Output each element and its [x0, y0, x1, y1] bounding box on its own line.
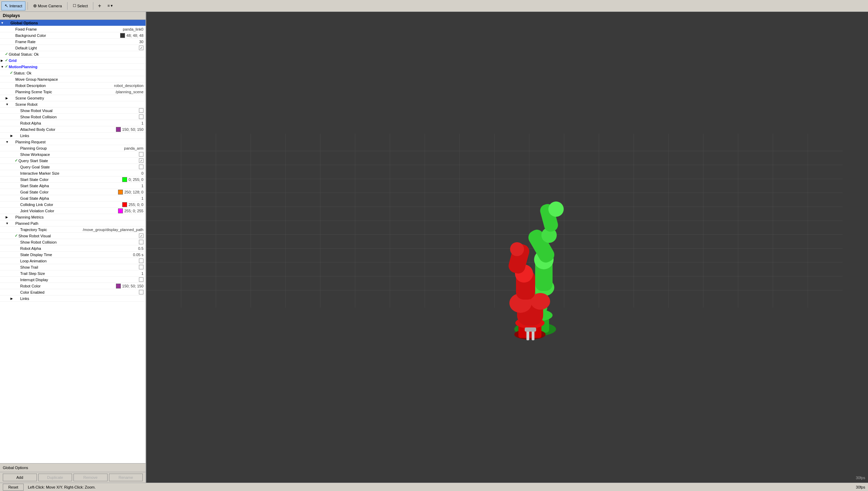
expand-icon[interactable]: ▼	[6, 103, 10, 106]
tree-row[interactable]: Planning Scene Topic /planning_scene	[0, 89, 146, 95]
tree-row[interactable]: Trajectory Topic /move_group/display_pla…	[0, 227, 146, 233]
checkbox-empty[interactable]	[139, 240, 143, 244]
color-swatch[interactable]	[120, 33, 125, 38]
tree-row[interactable]: ✓ Global Status: Ok	[0, 51, 146, 57]
duplicate-button[interactable]: Duplicate	[38, 474, 72, 481]
tree-row[interactable]: Attached Body Color 150; 50; 150	[0, 126, 146, 133]
tree-row[interactable]: ✓ Query Start State ✓	[0, 158, 146, 164]
tree-row[interactable]: Loop Animation	[0, 258, 146, 264]
menu-button[interactable]: ≡ ▾	[105, 1, 115, 10]
tree-row[interactable]: Robot Alpha 1	[0, 120, 146, 126]
tree-row[interactable]: Query Goal State	[0, 164, 146, 170]
tree-row[interactable]: Show Robot Visual	[0, 108, 146, 114]
tree-row[interactable]: ▶ Scene Geometry	[0, 95, 146, 101]
viewport[interactable]: 30fps	[146, 12, 868, 483]
expand-icon[interactable]: ▼	[6, 140, 10, 144]
checkbox-empty[interactable]	[139, 259, 143, 263]
tree-row[interactable]: State Display Time 0.05 s	[0, 252, 146, 258]
expand-icon[interactable]: ▶	[6, 215, 10, 219]
expand-icon[interactable]: ▶	[10, 134, 15, 137]
tree-row[interactable]: Show Trail	[0, 264, 146, 270]
expand-icon[interactable]: ▼	[1, 21, 5, 25]
tree-row[interactable]: Interrupt Display	[0, 277, 146, 283]
color-value: 150; 50; 150	[122, 127, 143, 132]
move-camera-button[interactable]: ⊕ Move Camera	[30, 1, 65, 10]
checkbox-empty[interactable]	[139, 108, 143, 113]
tree-row[interactable]: Default Light ✓	[0, 45, 146, 51]
row-label: Global Status: Ok	[8, 52, 145, 56]
row-label: Fixed Frame	[15, 27, 123, 31]
tree-row[interactable]: ✓ Show Robot Visual ✓	[0, 233, 146, 239]
tree-row[interactable]: Color Enabled	[0, 289, 146, 295]
tree-row[interactable]: Show Workspace	[0, 151, 146, 158]
checkbox-empty[interactable]	[139, 165, 143, 169]
tree-row[interactable]: Robot Description robot_description	[0, 82, 146, 89]
tree-row[interactable]: ▼ ✓ MotionPlanning	[0, 64, 146, 70]
fps-status: 30fps	[856, 485, 865, 489]
checkbox-val[interactable]: ✓	[139, 46, 143, 50]
tree-container[interactable]: ▼ Global Options Fixed Frame panda_link0…	[0, 20, 146, 463]
tree-row[interactable]: Robot Alpha 0.5	[0, 245, 146, 252]
color-swatch[interactable]	[116, 127, 121, 132]
interact-button[interactable]: ↖ Interact	[1, 1, 25, 10]
tree-row[interactable]: ▶ Links	[0, 133, 146, 139]
tree-row[interactable]: Move Group Namespace	[0, 76, 146, 82]
tree-row[interactable]: ▼ Scene Robot	[0, 101, 146, 108]
plus-button[interactable]: +	[95, 1, 103, 10]
tree-row[interactable]: Colliding Link Color 255; 0; 0	[0, 201, 146, 208]
main-content: Displays ▼ Global Options Fixed Frame pa…	[0, 12, 868, 483]
tree-row[interactable]: Start State Alpha 1	[0, 183, 146, 189]
checkbox-empty[interactable]	[139, 265, 143, 269]
color-swatch[interactable]	[118, 208, 123, 213]
interact-label: Interact	[9, 4, 22, 8]
checkbox-checked[interactable]: ✓	[139, 158, 143, 163]
select-button[interactable]: ☐ Select	[70, 1, 91, 10]
remove-button[interactable]: Remove	[73, 474, 108, 481]
left-panel: Displays ▼ Global Options Fixed Frame pa…	[0, 12, 146, 483]
tree-row[interactable]: ▼ Planned Path	[0, 220, 146, 227]
color-swatch[interactable]	[116, 284, 121, 288]
tree-row[interactable]: Planning Group panda_arm	[0, 145, 146, 151]
tree-row[interactable]: Show Robot Collision	[0, 114, 146, 120]
checkbox-empty[interactable]	[139, 114, 143, 119]
camera-icon: ⊕	[33, 3, 37, 8]
tree-row[interactable]: Robot Color 150; 50; 150	[0, 283, 146, 289]
checkbox-empty[interactable]	[139, 290, 143, 294]
reset-button[interactable]: Reset	[3, 484, 24, 491]
row-label: Robot Description	[15, 84, 114, 88]
tree-row[interactable]: Frame Rate 30	[0, 39, 146, 45]
displays-title: Displays	[3, 13, 20, 18]
tree-row[interactable]: Goal State Color 250; 128; 0	[0, 189, 146, 195]
tree-row[interactable]: ▼ Global Options	[0, 20, 146, 26]
color-value: 48; 48; 48	[126, 33, 143, 38]
add-button[interactable]: Add	[3, 474, 37, 481]
checkbox-empty[interactable]	[139, 277, 143, 282]
separator-2	[67, 2, 68, 10]
expand-icon[interactable]: ▶	[6, 96, 10, 100]
checkbox-empty[interactable]	[139, 152, 143, 157]
rename-button[interactable]: Rename	[109, 474, 143, 481]
expand-icon[interactable]: ▶	[1, 59, 5, 62]
tree-row[interactable]: Interactive Marker Size 0	[0, 170, 146, 176]
tree-row[interactable]: ▶ Planning Metrics	[0, 214, 146, 220]
tree-row[interactable]: ✓ Status: Ok	[0, 70, 146, 76]
tree-row[interactable]: ▶ Links	[0, 295, 146, 302]
tree-row[interactable]: Fixed Frame panda_link0	[0, 26, 146, 32]
color-swatch[interactable]	[122, 202, 127, 207]
color-swatch[interactable]	[122, 177, 127, 182]
tree-row[interactable]: Goal State Alpha 1	[0, 195, 146, 201]
property-value: panda_link0	[123, 27, 145, 31]
tree-row[interactable]: Background Color 48; 48; 48	[0, 32, 146, 39]
tree-row[interactable]: ▼ Planning Request	[0, 139, 146, 145]
tree-row[interactable]: Start State Color 0; 255; 0	[0, 176, 146, 183]
expand-icon[interactable]: ▶	[10, 297, 15, 300]
tree-row[interactable]: Show Robot Collision	[0, 239, 146, 245]
tree-row[interactable]: Trail Step Size 1	[0, 270, 146, 277]
checkbox-checked[interactable]: ✓	[139, 233, 143, 238]
color-swatch[interactable]	[118, 190, 123, 195]
row-label: Robot Alpha	[19, 246, 138, 251]
tree-row[interactable]: Joint Violation Color 255; 0; 255	[0, 208, 146, 214]
tree-row[interactable]: ▶ ✓ Grid	[0, 57, 146, 64]
expand-icon[interactable]: ▼	[6, 222, 10, 225]
expand-icon[interactable]: ▼	[1, 65, 5, 69]
